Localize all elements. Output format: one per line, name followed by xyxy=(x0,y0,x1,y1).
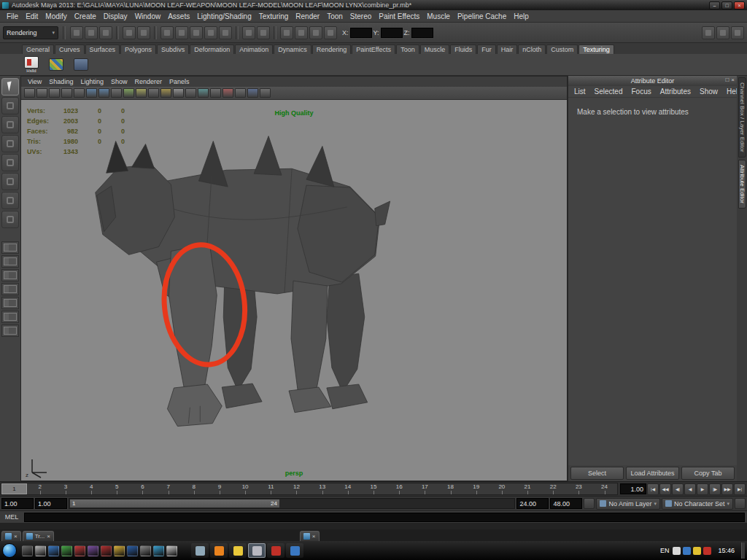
taskbar-app-icon-8[interactable] xyxy=(114,545,125,556)
current-frame-marker[interactable]: 1 xyxy=(1,483,27,494)
animation-preferences-button[interactable] xyxy=(735,498,746,509)
lock-camera-icon[interactable] xyxy=(36,88,47,98)
move-tool[interactable] xyxy=(1,135,19,152)
tray-icon-4[interactable] xyxy=(703,547,711,555)
taskbar-app-icon-1[interactable] xyxy=(22,545,33,556)
taskbar-open-app-2[interactable] xyxy=(210,543,228,558)
hypershade-shelf-item[interactable]: Hslld xyxy=(22,56,41,74)
taskbar-app-icon-10[interactable] xyxy=(140,545,151,556)
uv-texture-editor-shelf-item[interactable] xyxy=(47,58,66,71)
coordinate-x-input[interactable] xyxy=(350,28,372,38)
open-scene-icon[interactable] xyxy=(85,26,98,39)
shelf-tab-general[interactable]: General xyxy=(22,44,54,54)
menu-create[interactable]: Create xyxy=(71,12,100,21)
shelf-tab-surfaces[interactable]: Surfaces xyxy=(85,44,120,54)
taskbar-app-icon-5[interactable] xyxy=(74,545,85,556)
menu-paint-effects[interactable]: Paint Effects xyxy=(375,12,423,21)
shelf-tab-rendering[interactable]: Rendering xyxy=(312,44,352,54)
taskbar-app-icon-6[interactable] xyxy=(88,545,98,556)
side-tab-attribute-editor[interactable]: Attribute Editor xyxy=(738,160,746,209)
isolate-select-icon[interactable] xyxy=(260,88,271,98)
menu-file[interactable]: File xyxy=(3,12,22,21)
animation-end-field[interactable]: 48.00 xyxy=(550,498,582,509)
menu-display[interactable]: Display xyxy=(100,12,131,21)
panel-menu-shading[interactable]: Shading xyxy=(45,78,77,85)
minimize-button[interactable]: – xyxy=(709,1,720,9)
menu-stereo[interactable]: Stereo xyxy=(347,12,375,21)
timeline-frame-12[interactable]: 12 xyxy=(284,483,309,494)
go-to-end-button[interactable]: ▶| xyxy=(734,483,746,495)
snap-to-curve-icon[interactable] xyxy=(175,26,188,39)
hypershade-persp-layout-button[interactable] xyxy=(1,297,19,309)
side-tab-channel-box-layer-editor[interactable]: Channel Box / Layer Editor xyxy=(738,77,746,158)
xray-mode-icon[interactable] xyxy=(247,88,258,98)
safe-title-icon[interactable] xyxy=(185,88,196,98)
close-tab-icon[interactable]: × xyxy=(14,533,18,540)
range-slider-bar[interactable]: 1 24 xyxy=(70,499,279,508)
shelf-tab-deformation[interactable]: Deformation xyxy=(190,44,234,54)
timeline-frame-17[interactable]: 17 xyxy=(412,483,438,494)
taskbar-app-icon-3[interactable] xyxy=(48,545,59,556)
new-scene-icon[interactable] xyxy=(70,26,83,39)
universal-manipulator-tool[interactable] xyxy=(1,192,19,209)
timeline-frame-3[interactable]: 3 xyxy=(53,483,78,494)
rotate-tool[interactable] xyxy=(1,154,19,171)
shelf-tab-dynamics[interactable]: Dynamics xyxy=(274,44,311,54)
shelf-tab-polygons[interactable]: Polygons xyxy=(120,44,156,54)
shelf-tab-custom[interactable]: Custom xyxy=(546,44,578,54)
list-input-operations-icon[interactable] xyxy=(257,26,270,39)
taskbar-open-app-6[interactable] xyxy=(286,543,303,558)
timeline-frame-23[interactable]: 23 xyxy=(566,483,592,494)
ae-menu-attributes[interactable]: Attributes xyxy=(656,88,695,96)
snap-to-point-icon[interactable] xyxy=(190,26,203,39)
timeline-frame-19[interactable]: 19 xyxy=(463,483,489,494)
render-settings-icon[interactable] xyxy=(309,26,322,39)
soft-modification-tool[interactable] xyxy=(1,211,19,228)
shelf-tab-ncloth[interactable]: nCloth xyxy=(518,44,546,54)
timeline-frame-22[interactable]: 22 xyxy=(541,483,566,494)
grid-toggle-icon[interactable] xyxy=(111,88,122,98)
snap-to-grid-icon[interactable] xyxy=(160,26,174,39)
menu-lighting-shading[interactable]: Lighting/Shading xyxy=(193,12,255,21)
four-pane-layout-button[interactable] xyxy=(1,255,19,268)
save-scene-icon[interactable] xyxy=(99,26,112,39)
menu-pipeline-cache[interactable]: Pipeline Cache xyxy=(454,12,510,21)
timeline-frame-13[interactable]: 13 xyxy=(309,483,335,494)
menu-window[interactable]: Window xyxy=(131,12,165,21)
persp-uv-layout-button[interactable] xyxy=(1,311,19,323)
field-chart-icon[interactable] xyxy=(160,88,171,98)
minimized-window-tab[interactable]: × xyxy=(300,531,320,541)
ae-menu-list[interactable]: List xyxy=(570,88,590,96)
timeline-frame-5[interactable]: 5 xyxy=(104,483,130,494)
select-button[interactable]: Select xyxy=(570,467,624,480)
menu-modify[interactable]: Modify xyxy=(42,12,70,21)
persp-outliner-layout-button[interactable] xyxy=(1,269,19,281)
panel-menu-renderer[interactable]: Renderer xyxy=(131,78,166,85)
taskbar-open-app-1[interactable] xyxy=(191,543,209,558)
animation-start-field[interactable]: 1.00 xyxy=(1,498,34,509)
shelf-tab-muscle[interactable]: Muscle xyxy=(420,44,450,54)
detach-panel-icon[interactable]: □ xyxy=(725,77,729,83)
time-slider[interactable]: 1234567891011121314151617181920212223241 xyxy=(1,483,618,495)
redo-icon[interactable] xyxy=(137,26,150,39)
camera-attributes-icon[interactable] xyxy=(49,88,60,98)
scale-tool[interactable] xyxy=(1,173,19,190)
menu-set-selector[interactable]: Rendering ▾ xyxy=(3,26,58,39)
persp-graph-layout-button[interactable] xyxy=(1,283,19,295)
menu-render[interactable]: Render xyxy=(292,12,323,21)
menu-assets[interactable]: Assets xyxy=(164,12,193,21)
paint-select-tool[interactable] xyxy=(1,116,19,133)
two-d-pan-zoom-icon[interactable] xyxy=(86,88,97,98)
show-desktop-button[interactable] xyxy=(741,542,745,559)
taskbar-open-app-3[interactable] xyxy=(229,543,247,558)
make-live-icon[interactable] xyxy=(219,26,232,39)
show-channel-box-icon[interactable] xyxy=(702,26,715,39)
play-backwards-button[interactable]: ◀ xyxy=(684,483,696,495)
shelf-tab-hair[interactable]: Hair xyxy=(497,44,518,54)
coordinate-z-input[interactable] xyxy=(411,28,433,38)
shelf-tab-subdivs[interactable]: Subdivs xyxy=(157,44,189,54)
snap-to-view-plane-icon[interactable] xyxy=(204,26,217,39)
lasso-select-tool[interactable] xyxy=(1,97,19,114)
taskbar-app-icon-9[interactable] xyxy=(127,545,138,556)
single-pane-layout-button[interactable] xyxy=(1,241,19,254)
